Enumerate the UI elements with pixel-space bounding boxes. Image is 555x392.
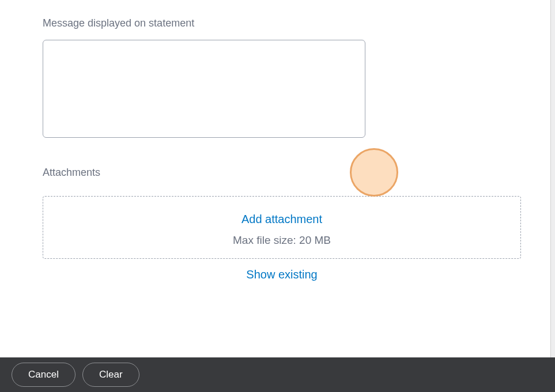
- cancel-button[interactable]: Cancel: [12, 363, 75, 387]
- message-label: Message displayed on statement: [43, 17, 512, 29]
- message-textarea[interactable]: [43, 40, 365, 138]
- attachment-dropzone[interactable]: Add attachment Max file size: 20 MB: [43, 196, 521, 259]
- attachments-label: Attachments: [43, 167, 512, 179]
- show-existing-link[interactable]: Show existing: [246, 268, 317, 281]
- footer-bar: Cancel Clear: [0, 357, 555, 392]
- max-file-size-text: Max file size: 20 MB: [43, 234, 520, 247]
- clear-button[interactable]: Clear: [82, 363, 139, 387]
- add-attachment-link[interactable]: Add attachment: [241, 213, 322, 226]
- right-divider: [550, 0, 555, 357]
